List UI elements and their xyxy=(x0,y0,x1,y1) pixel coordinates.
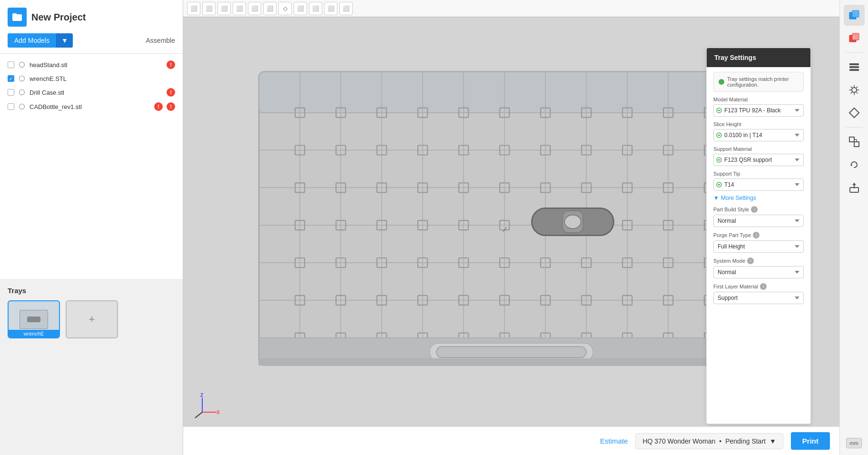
settings-title: Tray Settings xyxy=(714,54,756,61)
svg-rect-109 xyxy=(259,358,764,365)
printer-select[interactable]: HQ 370 Wonder Woman • Pending Start ▼ xyxy=(635,433,783,449)
add-models-label: Add Models xyxy=(8,33,56,48)
svg-rect-134 xyxy=(854,142,859,147)
support-material-label: Support Material xyxy=(713,146,804,152)
trays-section: Trays wrenchE + xyxy=(0,279,183,455)
viewport-toolbar: ⬜ ⬜ ⬜ ⬜ ⬜ ⬜ ◇ ⬜ ⬜ ⬜ ⬜ xyxy=(183,0,839,17)
model-item-drillcase[interactable]: Drill Case.stl ! xyxy=(0,85,183,99)
vp-btn-3[interactable]: ⬜ xyxy=(217,2,231,15)
vp-btn-11[interactable]: ⬜ xyxy=(339,2,353,15)
print-button[interactable]: Print xyxy=(791,432,830,450)
add-models-arrow[interactable]: ▼ xyxy=(56,33,73,48)
model-checkbox-cadbottle[interactable] xyxy=(8,103,14,110)
model-name-wrenche: wrenchE.STL xyxy=(30,75,175,82)
model-name-headstand: headStand.stl xyxy=(30,61,163,69)
system-mode-select[interactable]: Normal xyxy=(713,266,804,278)
svg-text:Z: Z xyxy=(200,393,203,398)
sidebar-icon-export[interactable] xyxy=(844,177,865,198)
sidebar-icon-settings[interactable] xyxy=(844,79,865,100)
support-tip-select[interactable]: T14 xyxy=(713,178,804,191)
assemble-button[interactable]: Assemble xyxy=(146,37,175,44)
main-viewport: ⬜ ⬜ ⬜ ⬜ ⬜ ⬜ ◇ ⬜ ⬜ ⬜ ⬜ xyxy=(183,0,839,455)
vp-btn-2[interactable]: ⬜ xyxy=(202,2,216,15)
support-tip-label: Support Tip xyxy=(713,171,804,177)
svg-point-112 xyxy=(564,215,581,229)
sidebar-divider-1 xyxy=(846,52,863,53)
vp-btn-7[interactable]: ◇ xyxy=(278,2,292,15)
model-item-cadbottle[interactable]: CADBottle_rev1.stl ! ! xyxy=(0,99,183,114)
model-warning-headstand: ! xyxy=(167,60,175,69)
support-material-wrapper: F123 QSR support xyxy=(713,154,804,166)
svg-text:X: X xyxy=(217,410,220,415)
add-models-button[interactable]: Add Models ▼ xyxy=(8,33,73,48)
settings-panel: Tray Settings Tray settings match printe… xyxy=(706,48,811,424)
sidebar-icon-rotate[interactable] xyxy=(844,154,865,175)
slice-height-select[interactable]: 0.0100 in | T14 xyxy=(713,129,804,141)
sidebar-icon-layers[interactable] xyxy=(844,57,865,78)
unit-label-mm[interactable]: mm xyxy=(846,436,861,450)
purge-part-type-select[interactable]: Full Height xyxy=(713,240,804,253)
svg-rect-133 xyxy=(849,137,854,142)
vp-btn-9[interactable]: ⬜ xyxy=(309,2,322,15)
vp-btn-10[interactable]: ⬜ xyxy=(324,2,337,15)
part-build-style-info: i xyxy=(751,206,758,213)
svg-marker-132 xyxy=(849,108,859,118)
sidebar-icon-cube[interactable] xyxy=(844,5,865,26)
svg-rect-124 xyxy=(852,10,859,17)
tray-content-wrenche xyxy=(20,310,48,329)
model-icon-cadbottle xyxy=(18,103,26,110)
system-mode-info: i xyxy=(747,257,754,264)
model-checkbox-headstand[interactable] xyxy=(8,61,14,68)
sidebar-icon-material[interactable] xyxy=(844,102,865,123)
project-title: New Project xyxy=(31,12,86,23)
project-icon xyxy=(8,8,27,27)
sidebar-icon-warning[interactable]: ! xyxy=(844,28,865,49)
tray-item-wrenche[interactable]: wrenchE xyxy=(8,300,60,338)
model-item-wrenche[interactable]: ✓ wrenchE.STL xyxy=(0,72,183,85)
svg-rect-108 xyxy=(436,346,586,357)
svg-rect-1 xyxy=(259,72,764,365)
vp-btn-4[interactable]: ⬜ xyxy=(233,2,246,15)
model-material-wrapper: F123 TPU 92A - Black xyxy=(713,104,804,117)
status-text: Tray settings match printer configuratio… xyxy=(727,76,799,88)
model-name-drillcase: Drill Case.stl xyxy=(30,89,163,96)
vp-btn-5[interactable]: ⬜ xyxy=(248,2,261,15)
model-checkbox-wrenche[interactable]: ✓ xyxy=(8,75,14,82)
model-checkbox-drillcase[interactable] xyxy=(8,89,14,96)
printer-status: Pending Start xyxy=(725,437,766,445)
left-panel: New Project Add Models ▼ Assemble headSt… xyxy=(0,0,183,455)
support-material-select[interactable]: F123 QSR support xyxy=(713,154,804,166)
model-material-label: Model Material xyxy=(713,97,804,102)
model-material-select[interactable]: F123 TPU 92A - Black xyxy=(713,104,804,117)
slice-height-wrapper: 0.0100 in | T14 xyxy=(713,129,804,141)
status-dot xyxy=(719,79,724,85)
right-sidebar: ! xyxy=(839,0,868,455)
printer-chevron-icon: ▼ xyxy=(769,437,776,445)
first-layer-material-select[interactable]: Support xyxy=(713,292,804,304)
bottom-bar: Estimate HQ 370 Wonder Woman • Pending S… xyxy=(183,426,839,455)
more-settings-link[interactable]: ▼ More Settings xyxy=(713,195,804,201)
add-tray-icon: + xyxy=(89,313,95,326)
model-item[interactable]: headStand.stl ! xyxy=(0,58,183,72)
first-layer-material-info: i xyxy=(760,283,767,290)
tray-label-wrenche: wrenchE xyxy=(9,330,59,337)
trays-row: wrenchE + xyxy=(8,300,175,338)
vp-btn-1[interactable]: ⬜ xyxy=(187,2,200,15)
svg-rect-129 xyxy=(849,66,859,68)
toolbar-row: Add Models ▼ Assemble xyxy=(8,33,175,48)
vp-btn-6[interactable]: ⬜ xyxy=(263,2,276,15)
vp-btn-8[interactable]: ⬜ xyxy=(294,2,307,15)
model-warning-cadbottle-1: ! xyxy=(154,102,163,111)
tray-item-add[interactable]: + xyxy=(66,300,118,338)
model-icon-headstand xyxy=(18,61,26,69)
model-icon-wrenche xyxy=(18,75,26,82)
settings-status: Tray settings match printer configuratio… xyxy=(713,72,804,92)
system-mode-label: System Mode i xyxy=(713,257,804,264)
svg-rect-130 xyxy=(849,69,859,71)
estimate-button[interactable]: Estimate xyxy=(600,437,628,445)
model-warning-drillcase: ! xyxy=(167,88,175,97)
model-name-cadbottle: CADBottle_rev1.stl xyxy=(30,103,150,110)
sidebar-icon-resize[interactable] xyxy=(844,131,865,152)
purge-part-type-info: i xyxy=(753,232,760,238)
part-build-style-select[interactable]: Normal xyxy=(713,215,804,227)
